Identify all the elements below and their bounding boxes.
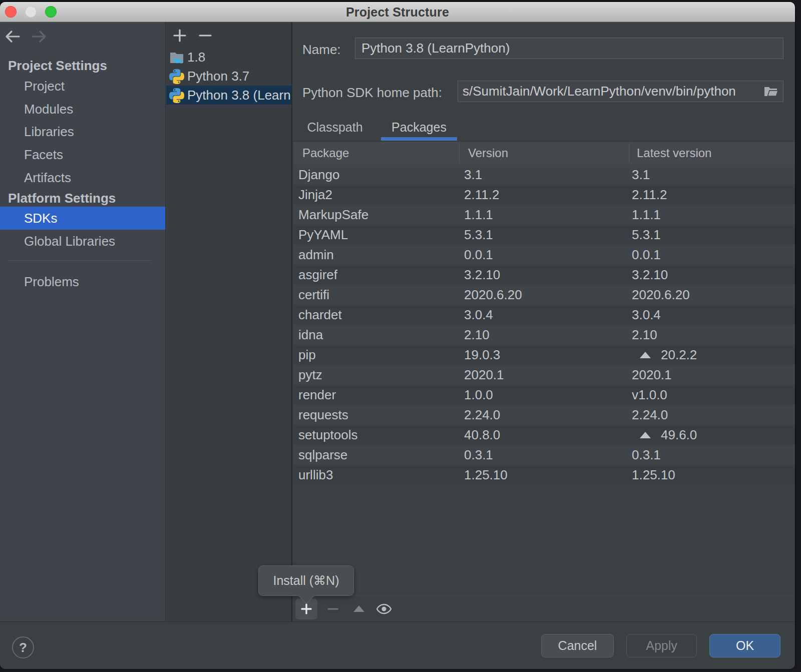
cell-version: 40.8.0 [464, 425, 500, 445]
project-structure-dialog: Project Structure Project SettingsProjec… [0, 2, 795, 669]
sidebar-item-facets[interactable]: Facets [0, 143, 165, 166]
ok-button[interactable]: OK [709, 634, 780, 657]
sdk-list-item-python-3-8-learnpython[interactable]: Python 3.8 (LearnPython) [166, 86, 291, 105]
cell-package: Django [298, 165, 339, 185]
add-sdk-icon[interactable] [172, 28, 187, 43]
column-header-version[interactable]: Version [468, 142, 508, 165]
cell-latest-version: 3.2.10 [632, 265, 668, 285]
cell-version: 1.1.1 [464, 205, 493, 225]
sidebar-item-artifacts[interactable]: Artifacts [0, 166, 165, 189]
table-row-certifi[interactable]: certifi2020.6.202020.6.20 [293, 285, 795, 305]
tab-classpath[interactable]: Classpath [302, 116, 367, 138]
packages-toolbar [293, 596, 795, 621]
column-separator [459, 144, 460, 163]
sdk-home-path-label: Python SDK home path: [302, 85, 442, 101]
table-empty-area [293, 485, 795, 595]
table-row-django[interactable]: Django3.13.1 [293, 165, 795, 185]
back-arrow-icon[interactable] [4, 29, 21, 44]
table-row-jinja2[interactable]: Jinja22.11.22.11.2 [293, 185, 795, 205]
packages-table: Django3.13.1Jinja22.11.22.11.2MarkupSafe… [293, 165, 795, 485]
cell-latest-version: 0.0.1 [632, 245, 661, 265]
cell-latest-version: 3.0.4 [632, 305, 661, 325]
apply-button[interactable]: Apply [626, 634, 697, 657]
sidebar-item-problems[interactable]: Problems [0, 270, 165, 293]
table-row-requests[interactable]: requests2.24.02.24.0 [293, 405, 795, 425]
name-input[interactable]: Python 3.8 (LearnPython) [355, 38, 783, 59]
python-icon [169, 88, 184, 103]
remove-sdk-icon[interactable] [198, 28, 213, 43]
table-row-setuptools[interactable]: setuptools40.8.049.6.0 [293, 425, 795, 445]
cell-version: 3.2.10 [464, 265, 500, 285]
table-row-pytz[interactable]: pytz2020.12020.1 [293, 365, 795, 385]
sidebar-item-libraries[interactable]: Libraries [0, 120, 165, 143]
sdk-item-label: Python 3.7 [187, 67, 249, 86]
table-row-pip[interactable]: pip19.0.320.2.2 [293, 345, 795, 365]
cell-latest-version: 0.3.1 [632, 445, 661, 465]
cell-latest-version: 1.1.1 [632, 205, 661, 225]
table-row-asgiref[interactable]: asgiref3.2.103.2.10 [293, 265, 795, 285]
column-header-package[interactable]: Package [302, 142, 349, 165]
cell-latest-version: 2020.1 [632, 365, 672, 385]
sidebar-item-modules[interactable]: Modules [0, 98, 165, 121]
cell-latest-version: 2.24.0 [632, 405, 668, 425]
cell-version: 0.0.1 [464, 245, 493, 265]
cell-version: 2.24.0 [464, 405, 500, 425]
cell-version: 19.0.3 [464, 345, 500, 365]
show-early-releases-button[interactable] [375, 598, 391, 619]
sidebar-item-project[interactable]: Project [0, 75, 165, 98]
sdk-list-item-1-8[interactable]: 1.8 [166, 48, 291, 67]
sdk-home-path-input[interactable]: s/SumitJain/Work/LearnPython/venv/bin/py… [458, 81, 783, 102]
dialog-footer: ? Cancel Apply OK [0, 621, 795, 669]
cell-latest-version: 2.10 [632, 325, 657, 345]
cell-package: PyYAML [298, 225, 348, 245]
sdk-item-label: 1.8 [187, 48, 205, 67]
cell-latest-version: v1.0.0 [632, 385, 667, 405]
upgrade-package-button[interactable] [351, 598, 367, 619]
window-title: Project Structure [0, 2, 795, 22]
cell-version: 1.0.0 [464, 385, 493, 405]
cancel-button[interactable]: Cancel [541, 634, 614, 657]
forward-arrow-icon[interactable] [31, 29, 48, 44]
cell-latest-version: 5.3.1 [632, 225, 661, 245]
upgrade-available-icon [640, 352, 651, 358]
cell-package: pytz [298, 365, 322, 385]
table-row-pyyaml[interactable]: PyYAML5.3.15.3.1 [293, 225, 795, 245]
tab-packages[interactable]: Packages [381, 116, 457, 138]
sdk-editor-panel: Name: Python 3.8 (LearnPython) Python SD… [293, 22, 795, 621]
cell-package: Jinja2 [298, 185, 332, 205]
table-row-idna[interactable]: idna2.102.10 [293, 325, 795, 345]
table-row-chardet[interactable]: chardet3.0.43.0.4 [293, 305, 795, 325]
uninstall-package-button[interactable] [325, 598, 341, 619]
plus-icon [301, 603, 312, 614]
cell-latest-version: 1.25.10 [632, 465, 675, 485]
sidebar-item-sdks[interactable]: SDKs [0, 207, 165, 230]
table-row-admin[interactable]: admin0.0.10.0.1 [293, 245, 795, 265]
help-button[interactable]: ? [12, 636, 34, 658]
cell-package: sqlparse [298, 445, 347, 465]
table-row-sqlparse[interactable]: sqlparse0.3.10.3.1 [293, 445, 795, 465]
active-tab-underline [381, 137, 457, 141]
table-row-markupsafe[interactable]: MarkupSafe1.1.11.1.1 [293, 205, 795, 225]
cell-latest-version: 2.11.2 [632, 185, 667, 205]
title-bar[interactable]: Project Structure [0, 2, 795, 22]
cell-package: admin [298, 245, 334, 265]
sdk-list-item-python-3-7[interactable]: Python 3.7 [166, 67, 291, 86]
sidebar-separator [8, 260, 151, 261]
sdk-item-label: Python 3.8 (LearnPython) [187, 86, 291, 105]
cell-latest-version: 3.1 [632, 165, 650, 185]
sidebar-item-global-libraries[interactable]: Global Libraries [0, 230, 165, 253]
cell-latest-version: 20.2.2 [661, 345, 697, 365]
cell-package: certifi [298, 285, 329, 305]
column-separator [629, 144, 629, 163]
table-row-urllib3[interactable]: urllib31.25.101.25.10 [293, 465, 795, 485]
packages-table-header: Package Version Latest version [293, 142, 795, 165]
browse-folder-icon[interactable] [764, 86, 778, 97]
cell-version: 1.25.10 [464, 465, 508, 485]
table-row-render[interactable]: render1.0.0v1.0.0 [293, 385, 795, 405]
cell-version: 3.0.4 [464, 305, 493, 325]
cell-latest-version: 2020.6.20 [632, 285, 690, 305]
column-header-latest-version[interactable]: Latest version [637, 142, 711, 165]
upgrade-available-icon [640, 432, 651, 438]
sidebar-group-project-settings: Project Settings [0, 54, 165, 77]
cell-package: setuptools [298, 425, 358, 445]
